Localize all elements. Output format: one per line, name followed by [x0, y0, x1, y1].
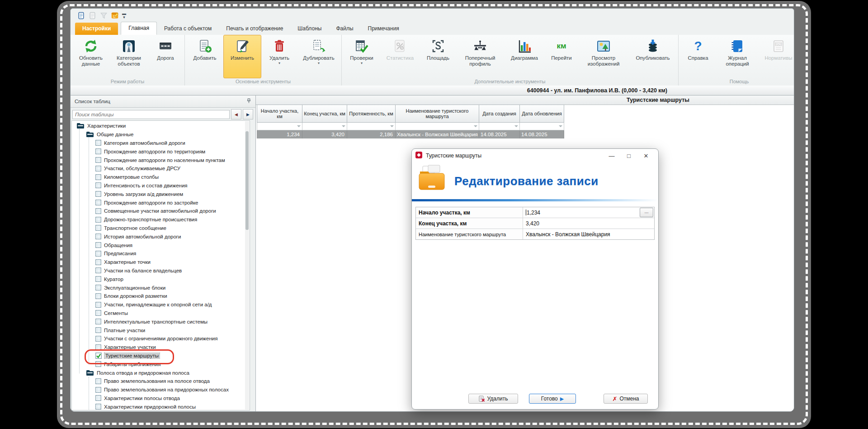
ribbon-button-doc-edit[interactable]: Изменить: [223, 35, 261, 78]
pin-icon[interactable]: [246, 98, 251, 105]
table-data-row[interactable]: 1,2343,4202,186Хвалынск - Волжская Швейц…: [257, 130, 564, 138]
browse-button[interactable]: ...: [640, 208, 653, 217]
data-cell[interactable]: 2,186: [347, 130, 396, 138]
filter-cell[interactable]: [347, 123, 396, 130]
filter-cell[interactable]: [302, 123, 347, 130]
tree-item[interactable]: Транспортное сообщение: [72, 224, 250, 233]
tree-item[interactable]: Сегменты: [72, 309, 250, 318]
tree-item[interactable]: Куратор: [72, 275, 250, 283]
tree-item[interactable]: Общие данные: [72, 130, 250, 139]
tree-scrollbar[interactable]: [245, 121, 249, 410]
tree-item[interactable]: Характерные точки: [72, 258, 250, 267]
tree-item[interactable]: Интенсивность и состав движения: [72, 181, 250, 190]
data-cell[interactable]: 14.08.2025: [520, 130, 564, 138]
tab-item-6[interactable]: Примечания: [361, 23, 406, 35]
tree-item[interactable]: Прохождение автодороги по территориям: [72, 147, 250, 156]
chevron-down-icon[interactable]: ▾: [278, 62, 280, 65]
tab-item-5[interactable]: Файлы: [329, 23, 360, 35]
column-header[interactable]: Протяженность, км: [347, 105, 396, 123]
tree-item[interactable]: Блоки дорожной разметки: [72, 292, 250, 300]
tree-item[interactable]: Право землепользования на полосе отвода: [72, 377, 250, 386]
column-header[interactable]: Наименование туристского маршрута: [396, 105, 479, 123]
done-button[interactable]: Готово ▶: [529, 394, 576, 404]
ribbon-button-doc-add[interactable]: Добавить: [186, 35, 223, 78]
filter-cell[interactable]: [520, 123, 564, 130]
filter-chevron-icon[interactable]: [514, 125, 518, 127]
field-value[interactable]: 1,234...: [523, 207, 654, 218]
close-button[interactable]: ✕: [637, 150, 655, 161]
tree-item[interactable]: Полоса отвода и придорожная полоса: [72, 368, 250, 377]
tree-item[interactable]: Интеллектуальные транспортные системы: [72, 317, 250, 326]
note-edit-icon[interactable]: [111, 11, 119, 19]
tree-item[interactable]: Обращения: [72, 241, 250, 249]
tree-item[interactable]: Предписания: [72, 249, 250, 258]
ribbon-button-categories[interactable]: Категории объектов: [110, 35, 148, 78]
tree-item[interactable]: Характеристики придорожной полосы: [72, 402, 250, 410]
document-icon[interactable]: [77, 11, 85, 19]
ribbon-button-area[interactable]: Площадь: [420, 35, 456, 78]
tree-item[interactable]: Участки, принадлежащие к опорной сети а/…: [72, 300, 250, 309]
filter-chevron-icon[interactable]: [474, 125, 477, 127]
tree-item[interactable]: Совмещенные участки автомобильной дороги: [72, 207, 250, 215]
ribbon-button-trash[interactable]: Удалить▾: [261, 35, 297, 78]
ribbon-button-road[interactable]: Дорога: [148, 35, 183, 78]
tree-item[interactable]: Дорожно-транспортные происшествия: [72, 215, 250, 224]
filter-cell[interactable]: [479, 123, 520, 130]
ribbon-button-help[interactable]: ?Справка: [680, 35, 716, 78]
column-header[interactable]: Начало участка, км: [257, 105, 302, 123]
ribbon-button-doc-copy[interactable]: Дублировать▾: [297, 35, 340, 78]
search-input[interactable]: [72, 110, 230, 119]
nav-next-button[interactable]: ▶: [243, 109, 253, 119]
chevron-down-icon[interactable]: ▾: [361, 62, 363, 65]
ribbon-button-refresh[interactable]: Обновить данные: [72, 35, 110, 78]
column-header[interactable]: Дата создания: [479, 105, 520, 123]
column-header[interactable]: Конец участка, км: [302, 105, 347, 123]
field-value[interactable]: Хвалынск - Волжская Швейцария: [523, 229, 654, 239]
ribbon-button-table-check[interactable]: Проверки▾: [343, 35, 380, 78]
tree-item[interactable]: Участки с ограничениями дорожного движен…: [72, 334, 250, 343]
tab-main[interactable]: Главная: [121, 22, 157, 35]
ribbon-button-chart[interactable]: Диаграмма: [504, 35, 545, 78]
tree-item[interactable]: Категория автомобильной дороги: [72, 139, 250, 148]
tree-item[interactable]: Километровые столбы: [72, 173, 250, 181]
tree-item[interactable]: Прохождение автодороги по населенным пун…: [72, 156, 250, 164]
ribbon-button-km[interactable]: кмПерейти: [545, 35, 578, 78]
tree-item[interactable]: Уровень загрузки а/д движением: [72, 190, 250, 198]
filter-chevron-icon[interactable]: [559, 125, 562, 127]
filter-chevron-icon[interactable]: [297, 125, 301, 127]
tree-item[interactable]: Эксплуатационные блоки: [72, 283, 250, 292]
tree-item[interactable]: Участки, обслуживаемые ДРСУ: [72, 164, 250, 173]
filter-chevron-icon[interactable]: [390, 125, 394, 127]
ribbon-button-journal[interactable]: Журнал операций: [716, 35, 759, 78]
ribbon-button-publish[interactable]: Опубликовать: [629, 35, 677, 78]
ribbon-button-image[interactable]: Просмотр изображений: [578, 35, 629, 78]
chevron-down-icon[interactable]: ▾: [318, 62, 320, 65]
tree-item[interactable]: Характеристики полосы отвода: [72, 394, 250, 403]
tree-item[interactable]: Платные участки: [72, 326, 250, 334]
tab-item-4[interactable]: Шаблоны: [290, 23, 329, 35]
field-value[interactable]: 3,420: [523, 218, 654, 229]
data-cell[interactable]: 3,420: [302, 130, 347, 138]
tree-item[interactable]: История автомобильной дороги: [72, 232, 250, 241]
ribbon-button-profile[interactable]: Поперечный профиль: [456, 35, 504, 78]
tree-item[interactable]: Характеристики: [72, 122, 250, 130]
data-cell[interactable]: 14.08.2025: [479, 130, 520, 138]
filter-cell[interactable]: [396, 123, 479, 130]
filter-chevron-icon[interactable]: [342, 125, 345, 127]
tree-item[interactable]: Право землепользования на придорожных по…: [72, 386, 250, 394]
tab-item-2[interactable]: Работа с объектом: [157, 23, 219, 35]
tree-scrollbar-thumb[interactable]: [245, 131, 249, 230]
minimize-button[interactable]: —: [603, 150, 620, 161]
tab-item-3[interactable]: Печать и отображение: [219, 23, 290, 35]
qat-customize-icon[interactable]: ▬▾: [122, 12, 126, 19]
tab-settings[interactable]: Настройки: [75, 23, 118, 35]
data-cell[interactable]: 1,234: [257, 130, 302, 138]
filter-cell[interactable]: [257, 123, 302, 130]
column-header[interactable]: Дата обновления: [520, 105, 564, 123]
cancel-button[interactable]: ✗ Отмена: [604, 394, 648, 404]
tree-item[interactable]: Прохождение автодороги по застройке: [72, 198, 250, 207]
tree-item[interactable]: Участки на балансе владельцев: [72, 267, 250, 275]
data-cell[interactable]: Хвалынск - Волжская Швейцария: [396, 130, 479, 138]
delete-button[interactable]: Удалить: [468, 394, 518, 404]
maximize-button[interactable]: □: [620, 150, 637, 161]
